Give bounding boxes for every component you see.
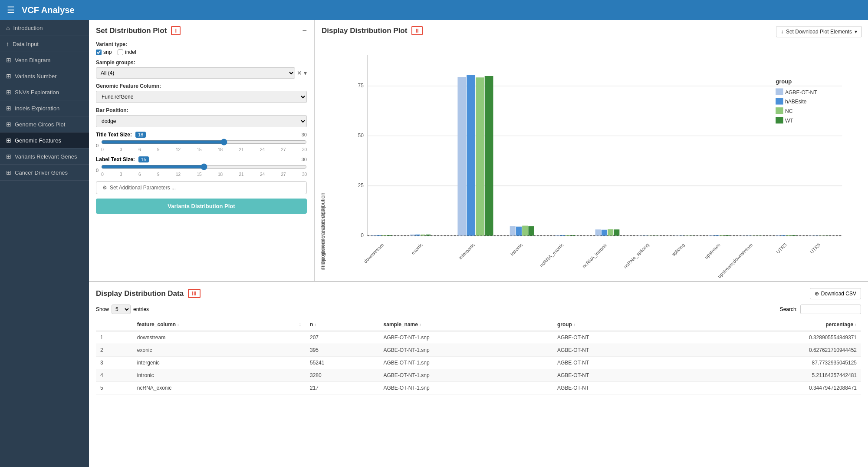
bar-upstream-3 xyxy=(720,235,724,235)
x-label-downstream: downstream xyxy=(363,242,385,264)
col-n[interactable]: n xyxy=(306,318,379,331)
indel-label: indel xyxy=(125,49,136,55)
download-csv-btn[interactable]: ⊕ Download CSV xyxy=(810,288,861,299)
indel-checkbox-label[interactable]: indel xyxy=(118,49,136,55)
title-slider-container: 036912151821242730 xyxy=(101,139,307,152)
panel-badge-I: I xyxy=(171,26,181,35)
snp-checkbox[interactable] xyxy=(96,50,102,55)
sidebar-icon-data-input: ↑ xyxy=(6,40,9,47)
show-label: Show xyxy=(96,306,109,312)
sidebar-label-variants-relevant-genes: Variants Relevant Genes xyxy=(15,153,77,160)
y-tick-0: 0 xyxy=(361,232,364,238)
sidebar-item-cancer-driver-genes[interactable]: ⊞Cancer Driver Genes xyxy=(0,165,89,181)
additional-params-btn[interactable]: ⚙ Set Additional Parameters ... xyxy=(96,181,307,194)
genomic-feature-select[interactable]: Func.refGene xyxy=(96,91,307,103)
sidebar-label-data-input: Data Input xyxy=(13,41,39,47)
app-body: ⌂Introduction↑Data Input⊞Venn Diagram⊞Va… xyxy=(0,20,868,467)
label-text-size-slider[interactable] xyxy=(101,163,307,170)
bar-downstream-1 xyxy=(371,235,376,235)
label-slider-row: 0 036912151821242730 xyxy=(96,163,307,177)
cell-group: AGBE-OT-NT xyxy=(553,331,682,344)
sidebar-item-indels-exploration[interactable]: ⊞Indels Exploration xyxy=(0,100,89,116)
legend-color-wt xyxy=(776,117,783,123)
sidebar-item-data-input[interactable]: ↑Data Input xyxy=(0,36,89,52)
cell-sep xyxy=(294,381,306,394)
variants-distribution-plot-btn[interactable]: Variants Distribution Plot xyxy=(96,199,307,214)
bar-ncrna-intronic-2 xyxy=(602,230,607,236)
sidebar-item-genomic-features[interactable]: ⊞Genomic Features xyxy=(0,132,89,149)
col-group[interactable]: group xyxy=(553,318,682,331)
sidebar-label-introduction: Introduction xyxy=(13,25,43,31)
legend-color-habe xyxy=(776,98,783,104)
cell-percentage: 0.344794712088471 xyxy=(682,381,861,394)
show-entries: Show 5 10 25 entries xyxy=(96,305,149,314)
bar-intergenic-2 xyxy=(467,75,475,236)
bar-exonic-1 xyxy=(410,235,415,236)
variant-type-label: Variant type: xyxy=(96,41,307,47)
menu-icon[interactable]: ☰ xyxy=(7,5,15,15)
sample-groups-label: Sample groups: xyxy=(96,60,307,66)
bar-upstream-2 xyxy=(714,235,719,235)
sidebar-item-venn-diagram[interactable]: ⊞Venn Diagram xyxy=(0,52,89,68)
title-text-size-group: Title Text Size: 18 30 0 036912151821242… xyxy=(96,132,307,152)
cell-group: AGBE-OT-NT xyxy=(553,381,682,394)
bar-position-select[interactable]: dodge xyxy=(96,115,307,127)
cell-percentage: 0.627621710944452 xyxy=(682,344,861,356)
x-label-splicing: splicing xyxy=(671,242,685,257)
label-slider-value: 15 xyxy=(138,156,149,162)
gear-icon: ⚙ xyxy=(102,185,107,191)
sample-groups-dropdown-btn[interactable]: ▾ xyxy=(304,70,307,76)
display-distribution-data-title: Display Distribution Data xyxy=(96,289,184,298)
sidebar-item-genome-circos-plot[interactable]: ⊞Genome Circos Plot xyxy=(0,116,89,132)
sidebar-item-variants-number[interactable]: ⊞Variants Number xyxy=(0,68,89,84)
panel-badge-III: III xyxy=(188,289,201,298)
cell-feature-column: downstream xyxy=(133,331,294,344)
title-text-size-slider[interactable] xyxy=(101,139,307,146)
sidebar-item-variants-relevant-genes[interactable]: ⊞Variants Relevant Genes xyxy=(0,149,89,165)
title-slider-min-label: 0 xyxy=(96,143,99,148)
title-slider-ticks: 036912151821242730 xyxy=(101,147,307,152)
distribution-data-table: feature_column ↕ n sample_name group per… xyxy=(96,318,861,394)
variant-type-checkboxes: snp indel xyxy=(96,49,307,55)
cell-feature-column: ncRNA_exonic xyxy=(133,381,294,394)
cell-index: 5 xyxy=(96,381,133,394)
col-sample-name[interactable]: sample_name xyxy=(379,318,553,331)
label-slider-min-label: 0 xyxy=(96,168,99,173)
search-input[interactable] xyxy=(800,305,861,314)
title-text-size-label: Title Text Size: xyxy=(96,132,132,138)
col-feature-column[interactable]: feature_column xyxy=(133,318,294,331)
sample-groups-clear-btn[interactable]: ✕ xyxy=(297,70,302,76)
sidebar-icon-venn-diagram: ⊞ xyxy=(6,56,11,63)
cell-n: 395 xyxy=(306,344,379,356)
sidebar-item-introduction[interactable]: ⌂Introduction xyxy=(0,20,89,36)
bar-ncrna-intronic-3 xyxy=(608,229,613,236)
col-percentage[interactable]: percentage xyxy=(682,318,861,331)
cell-index: 3 xyxy=(96,356,133,369)
cell-index: 4 xyxy=(96,369,133,381)
indel-checkbox[interactable] xyxy=(118,50,123,55)
bar-ncrna-intronic-1 xyxy=(595,229,601,235)
sidebar-item-snvs-exploration[interactable]: ⊞SNVs Exploration xyxy=(0,84,89,100)
snp-checkbox-label[interactable]: snp xyxy=(96,49,112,55)
table-controls: Show 5 10 25 entries Search: xyxy=(96,305,861,314)
set-distribution-plot-title: Set Distribution Plot xyxy=(96,26,167,35)
panel-collapse-btn[interactable]: − xyxy=(302,26,307,35)
sample-groups-select[interactable]: All (4) xyxy=(96,67,295,79)
entries-select[interactable]: 5 10 25 xyxy=(112,305,131,314)
bar-exonic-3 xyxy=(421,235,425,236)
table-row: 2 exonic 395 AGBE-OT-NT-1.snp AGBE-OT-NT… xyxy=(96,344,861,356)
cell-index: 1 xyxy=(96,331,133,344)
bar-downstream-2 xyxy=(376,235,381,235)
y-axis-label2: in the genomic features (%) xyxy=(320,206,326,270)
variant-type-group: Variant type: snp indel xyxy=(96,41,307,55)
additional-params-label: Set Additional Parameters ... xyxy=(110,185,176,191)
legend-label-habe: hABEsite xyxy=(785,99,807,105)
y-tick-50: 50 xyxy=(358,132,364,139)
legend-color-agbe xyxy=(776,88,783,95)
sidebar-label-variants-number: Variants Number xyxy=(15,73,57,79)
app-header: ☰ VCF Analyse xyxy=(0,0,868,20)
cell-group: AGBE-OT-NT xyxy=(553,356,682,369)
download-plot-elements-btn[interactable]: ↓ Set Download Plot Elements ▾ xyxy=(776,26,862,37)
label-slider-container: 036912151821242730 xyxy=(101,163,307,177)
table-row: 5 ncRNA_exonic 217 AGBE-OT-NT-1.snp AGBE… xyxy=(96,381,861,394)
